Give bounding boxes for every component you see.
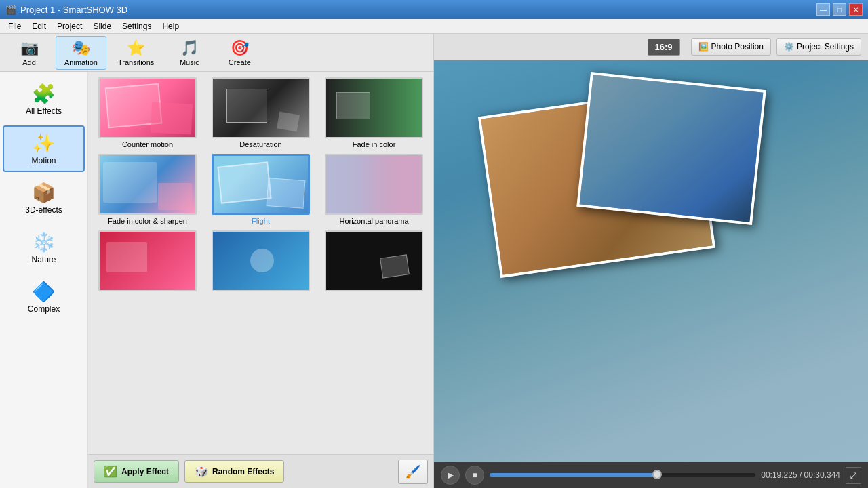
stop-icon: ■ bbox=[472, 470, 477, 480]
aspect-ratio-badge[interactable]: 16:9 bbox=[648, 39, 680, 56]
minimize-button[interactable]: — bbox=[816, 3, 830, 16]
effect-thumb-row3a bbox=[98, 230, 197, 291]
main-area: 📷 Add 🎭 Animation ⭐ Transitions 🎵 Music … bbox=[0, 34, 868, 488]
project-settings-button[interactable]: ⚙️ Project Settings bbox=[776, 38, 861, 56]
menu-project[interactable]: Project bbox=[52, 20, 87, 33]
effect-fade-sharpen[interactable]: Fade in color & sharpen bbox=[94, 154, 201, 225]
progress-thumb[interactable] bbox=[652, 470, 662, 479]
effect-thumb-desaturation bbox=[212, 77, 310, 138]
paint-icon: 🖌️ bbox=[406, 465, 420, 479]
random-effects-button[interactable]: 🎲 Random Effects bbox=[184, 460, 284, 483]
right-panel: 16:9 🖼️ Photo Position ⚙️ Project Settin… bbox=[434, 34, 868, 488]
menu-settings[interactable]: Settings bbox=[117, 20, 157, 33]
3d-effects-icon: 📦 bbox=[32, 182, 56, 204]
effect-row3a[interactable] bbox=[94, 230, 201, 293]
effect-flight[interactable]: Flight bbox=[207, 154, 315, 225]
effects-scroll[interactable]: Counter motion Desaturation bbox=[88, 72, 433, 454]
add-label: Add bbox=[22, 58, 36, 66]
sidebar-all-effects-label: All Effects bbox=[26, 106, 62, 116]
window-title: Project 1 - SmartSHOW 3D bbox=[20, 5, 816, 15]
fullscreen-button[interactable]: ⤢ bbox=[846, 467, 861, 484]
photo-position-button[interactable]: 🖼️ Photo Position bbox=[691, 38, 771, 56]
effects-bottom-bar: ✅ Apply Effect 🎲 Random Effects 🖌️ bbox=[88, 454, 433, 488]
menu-edit[interactable]: Edit bbox=[26, 20, 52, 33]
effects-grid: Counter motion Desaturation bbox=[94, 77, 428, 293]
window-controls: — □ ✕ bbox=[816, 3, 863, 16]
effect-label-flight: Flight bbox=[252, 217, 270, 225]
effect-counter-motion[interactable]: Counter motion bbox=[94, 77, 201, 148]
effect-row3c[interactable] bbox=[320, 230, 428, 293]
toolbar-add-button[interactable]: 📷 Add bbox=[5, 36, 53, 70]
random-label: Random Effects bbox=[212, 467, 274, 476]
add-icon: 📷 bbox=[20, 39, 39, 57]
toolbar-music-button[interactable]: 🎵 Music bbox=[165, 36, 213, 70]
toolbar-animation-button[interactable]: 🎭 Animation bbox=[56, 36, 106, 70]
music-icon: 🎵 bbox=[180, 39, 199, 57]
stop-button[interactable]: ■ bbox=[465, 466, 484, 485]
apply-icon: ✅ bbox=[104, 465, 117, 478]
effect-label-horizontal-panorama: Horizontal panorama bbox=[339, 217, 408, 225]
transitions-icon: ⭐ bbox=[127, 39, 145, 57]
menu-slide[interactable]: Slide bbox=[87, 20, 117, 33]
apply-label: Apply Effect bbox=[121, 467, 169, 476]
random-icon: 🎲 bbox=[195, 465, 208, 478]
effect-thumb-row3b bbox=[212, 230, 310, 291]
preview-area bbox=[434, 60, 868, 462]
effect-thumb-fade-sharpen bbox=[98, 154, 197, 215]
titlebar: 🎬 Project 1 - SmartSHOW 3D — □ ✕ bbox=[0, 0, 868, 19]
effect-label-counter-motion: Counter motion bbox=[122, 140, 173, 148]
sidebar: 🧩 All Effects ✨ Motion 📦 3D-effects ❄️ N… bbox=[0, 72, 88, 488]
music-label: Music bbox=[180, 58, 199, 66]
sidebar-item-nature[interactable]: ❄️ Nature bbox=[3, 224, 85, 271]
menu-file[interactable]: File bbox=[3, 20, 26, 33]
progress-bar[interactable] bbox=[490, 473, 755, 477]
preview-toolbar: 16:9 🖼️ Photo Position ⚙️ Project Settin… bbox=[434, 34, 868, 60]
effect-thumb-fade-in-color bbox=[325, 77, 423, 138]
preview-photo-overlay bbox=[576, 72, 766, 225]
preview-background bbox=[434, 60, 868, 462]
effect-row3b[interactable] bbox=[207, 230, 315, 293]
animation-icon: 🎭 bbox=[72, 39, 90, 57]
photo-position-icon: 🖼️ bbox=[698, 42, 709, 52]
project-settings-icon: ⚙️ bbox=[784, 42, 794, 52]
effect-label-desaturation: Desaturation bbox=[239, 140, 281, 148]
paint-button[interactable]: 🖌️ bbox=[398, 460, 428, 484]
progress-fill bbox=[490, 473, 657, 477]
sidebar-complex-label: Complex bbox=[28, 304, 60, 314]
toolbar-create-button[interactable]: 🎯 Create bbox=[216, 36, 263, 70]
close-button[interactable]: ✕ bbox=[849, 3, 863, 16]
project-settings-label: Project Settings bbox=[797, 42, 854, 52]
effect-desaturation[interactable]: Desaturation bbox=[207, 77, 315, 148]
create-label: Create bbox=[229, 58, 251, 66]
play-button[interactable]: ▶ bbox=[441, 466, 460, 485]
effect-thumb-row3c bbox=[325, 230, 423, 291]
effect-label-fade-in-color: Fade in color bbox=[353, 140, 396, 148]
menu-help[interactable]: Help bbox=[157, 20, 184, 33]
sidebar-item-all-effects[interactable]: 🧩 All Effects bbox=[3, 76, 85, 123]
effect-horizontal-panorama[interactable]: Horizontal panorama bbox=[320, 154, 428, 225]
sidebar-item-3d-effects[interactable]: 📦 3D-effects bbox=[3, 175, 85, 222]
complex-icon: 🔷 bbox=[32, 281, 56, 303]
sidebar-item-motion[interactable]: ✨ Motion bbox=[3, 125, 85, 172]
sidebar-motion-label: Motion bbox=[31, 156, 56, 165]
motion-icon: ✨ bbox=[32, 132, 56, 155]
animation-label: Animation bbox=[64, 58, 98, 66]
time-display: 00:19.225 / 00:30.344 bbox=[761, 470, 840, 480]
all-effects-icon: 🧩 bbox=[32, 83, 56, 105]
left-panel: 📷 Add 🎭 Animation ⭐ Transitions 🎵 Music … bbox=[0, 34, 434, 488]
sidebar-nature-label: Nature bbox=[31, 255, 56, 264]
effect-thumb-counter-motion bbox=[98, 77, 197, 138]
photo-position-label: Photo Position bbox=[711, 42, 764, 52]
transport-controls: ▶ ■ 00:19.225 / 00:30.344 ⤢ bbox=[434, 462, 868, 488]
sidebar-item-complex[interactable]: 🔷 Complex bbox=[3, 274, 85, 321]
toolbar-transitions-button[interactable]: ⭐ Transitions bbox=[109, 36, 163, 70]
sidebar-3d-label: 3D-effects bbox=[25, 205, 62, 215]
create-icon: 🎯 bbox=[231, 39, 249, 57]
effect-fade-in-color[interactable]: Fade in color bbox=[320, 77, 428, 148]
apply-effect-button[interactable]: ✅ Apply Effect bbox=[94, 460, 179, 483]
maximize-button[interactable]: □ bbox=[833, 3, 846, 16]
menubar: File Edit Project Slide Settings Help bbox=[0, 19, 868, 34]
play-icon: ▶ bbox=[448, 470, 454, 480]
effects-panel: Counter motion Desaturation bbox=[88, 72, 433, 488]
effect-thumb-flight bbox=[212, 154, 310, 215]
